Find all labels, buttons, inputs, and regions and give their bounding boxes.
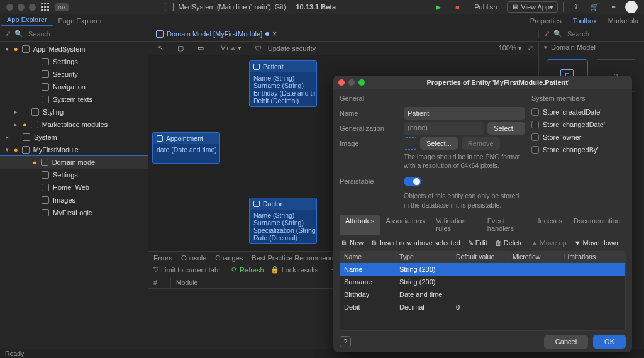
cart-icon[interactable]: 🛒 <box>587 1 601 13</box>
dialog-subtab[interactable]: Attributes <box>340 215 380 235</box>
fullscreen-icon[interactable]: ⤢ <box>528 44 533 52</box>
lock-icon: 🔒 <box>270 266 279 274</box>
ok-button[interactable]: OK <box>593 335 626 349</box>
entity-box[interactable]: PatientName (String)Surname (String)Birt… <box>249 60 317 107</box>
apps-icon[interactable] <box>41 3 50 12</box>
system-member-checkbox[interactable]: Store 'changedBy' <box>531 143 626 156</box>
checkbox-label: Store 'changedDate' <box>543 121 605 128</box>
expand-icon[interactable]: ⤢ <box>544 30 550 38</box>
attribute-row[interactable]: DebitDecimal0 <box>340 301 625 313</box>
tree-item[interactable]: ●Domain model <box>0 156 148 169</box>
zoom-level[interactable]: 100% <box>499 44 516 52</box>
item-icon <box>31 108 39 116</box>
tree-item[interactable]: System texts <box>0 93 148 106</box>
help-button[interactable]: ? <box>340 336 351 347</box>
update-security-button[interactable]: Update security <box>268 45 316 52</box>
tree-item[interactable]: ▾●MyFirstModule <box>0 143 148 156</box>
attr-new-button[interactable]: 🗎New <box>341 239 364 247</box>
tab-properties[interactable]: Properties <box>525 15 567 26</box>
tree-item[interactable]: Security <box>0 68 148 81</box>
attr-movedown-button[interactable]: ▼ Move down <box>574 239 618 247</box>
tab-page-explorer[interactable]: Page Explorer <box>53 15 108 26</box>
tree-item[interactable]: Home_Web <box>0 181 148 194</box>
cancel-button[interactable]: Cancel <box>544 335 588 349</box>
bottom-tab[interactable]: Best Practice Recommender <box>252 254 340 262</box>
expand-all-icon[interactable]: ⤢ <box>5 30 11 38</box>
tree-item-label: Styling <box>43 108 148 116</box>
explorer-search-input[interactable] <box>27 30 143 38</box>
attr-insert-button[interactable]: 🗎Insert new above selected <box>371 239 460 247</box>
document-tab[interactable]: Domain Model [MyFirstModule] × <box>153 28 279 40</box>
close-tab-icon[interactable]: × <box>272 30 277 38</box>
dialog-subtab[interactable]: Indexes <box>532 215 568 235</box>
lock-results-button[interactable]: 🔒Lock results <box>270 266 319 274</box>
publish-button[interactable]: Publish <box>469 1 502 13</box>
bottom-tab[interactable]: Changes <box>215 254 243 262</box>
bottom-tab[interactable]: Console <box>181 254 206 262</box>
dialog-window-controls[interactable] <box>338 79 365 86</box>
system-member-checkbox[interactable]: Store 'changedDate' <box>531 118 626 131</box>
bottom-tab[interactable]: Errors <box>153 254 172 262</box>
checkbox-icon <box>531 121 539 128</box>
col-default: Default value <box>452 252 509 263</box>
item-icon <box>22 146 30 154</box>
entity-box[interactable]: DoctorName (String)Surname (String)Speci… <box>249 198 317 244</box>
attribute-row[interactable]: SurnameString (200) <box>340 276 625 288</box>
chevron-down-icon[interactable]: ▾ <box>544 44 547 50</box>
tab-toolbox[interactable]: Toolbox <box>567 15 602 26</box>
entity-tool-icon[interactable]: ▢ <box>174 43 187 54</box>
tree-item[interactable]: Navigation <box>0 81 148 93</box>
system-member-checkbox[interactable]: Store 'createdDate' <box>531 106 626 118</box>
attr-edit-button[interactable]: ✎Edit <box>468 239 487 247</box>
limit-to-tab-toggle[interactable]: ▽Limit to current tab <box>153 266 218 274</box>
tree-item-label: Settings <box>53 171 148 179</box>
attribute-row[interactable]: BirthdayDate and time <box>340 288 625 301</box>
dialog-subtab[interactable]: Documentation <box>568 215 626 235</box>
checkbox-icon <box>531 146 539 154</box>
view-menu[interactable]: View ▾ <box>221 44 242 52</box>
share-icon[interactable]: ⇪ <box>569 1 582 13</box>
entity-attr: Name (String) <box>253 74 313 82</box>
toolbox-search-input[interactable] <box>566 30 644 38</box>
tree-item[interactable]: ▸System <box>0 131 148 143</box>
attr-delete-button[interactable]: 🗑Delete <box>495 239 524 247</box>
tree-item-label: Marketplace modules <box>42 121 148 128</box>
tree-item-label: MyFirstModule <box>33 146 148 154</box>
tab-app-explorer[interactable]: App Explorer <box>1 14 53 26</box>
name-field[interactable] <box>404 107 525 120</box>
tree-item[interactable]: ▸●Marketplace modules <box>0 118 148 131</box>
entity-attr: Surname (String) <box>253 219 313 227</box>
view-app-button[interactable]: 🖥 View App ▾ <box>507 1 558 13</box>
tree-item[interactable]: ▸Styling <box>0 106 148 118</box>
system-member-checkbox[interactable]: Store 'owner' <box>531 131 626 143</box>
attribute-row[interactable]: NameString (200) <box>340 263 625 276</box>
stop-button[interactable]: ■ <box>450 1 464 13</box>
tree-item[interactable]: Settings <box>0 169 148 181</box>
refresh-button[interactable]: ⟳Refresh <box>231 266 264 274</box>
col-name: Name <box>340 252 396 263</box>
image-select-button[interactable]: Select... <box>420 137 458 150</box>
dialog-subtab[interactable]: Event handlers <box>482 215 533 235</box>
tree-item[interactable]: Images <box>0 194 148 206</box>
entity-attr: Rate (Decimal) <box>253 234 313 242</box>
link-icon[interactable]: ⚭ <box>606 1 620 13</box>
avatar[interactable] <box>625 1 638 13</box>
tab-marketplace[interactable]: Marketpla <box>602 15 644 26</box>
tree-item[interactable]: ▾●App 'MedSystem' <box>0 43 148 55</box>
cursor-tool-icon[interactable]: ↖ <box>153 43 167 54</box>
delete-icon: 🗑 <box>495 239 502 247</box>
dialog-subtab[interactable]: Associations <box>380 215 430 235</box>
top-tabs: App Explorer Page Explorer Properties To… <box>0 14 644 26</box>
entity-box[interactable]: Appointmentdate (Date and time) <box>152 132 220 164</box>
annotation-tool-icon[interactable]: ▭ <box>194 43 208 54</box>
persistable-toggle[interactable] <box>404 177 421 186</box>
tree-item[interactable]: MyFirstLogic <box>0 206 148 219</box>
generalization-select-button[interactable]: Select... <box>487 122 525 135</box>
tree-item-label: App 'MedSystem' <box>33 45 148 53</box>
run-button[interactable]: ▶ <box>431 1 445 13</box>
window-controls[interactable] <box>6 4 36 11</box>
attributes-grid[interactable]: Name Type Default value Microflow Limita… <box>340 251 626 331</box>
filter-icon: ▽ <box>153 266 158 274</box>
dialog-subtab[interactable]: Validation rules <box>430 215 482 235</box>
tree-item[interactable]: Settings <box>0 55 148 68</box>
